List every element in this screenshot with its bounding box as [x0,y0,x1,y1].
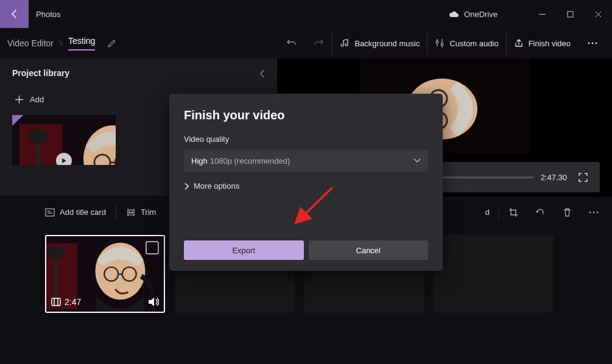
svg-point-24 [597,211,599,213]
delete-button[interactable] [555,200,579,225]
svg-point-4 [592,43,594,44]
quality-value-high: High [191,156,208,166]
svg-point-31 [47,246,65,259]
library-title: Project library [12,68,265,78]
timecode: 2:47.30 [541,173,567,182]
maximize-icon [567,11,574,18]
fullscreen-button[interactable] [574,169,591,186]
more-icon [588,42,597,44]
trim-button[interactable]: Trim [119,200,164,225]
add-media-label: Add [30,95,44,104]
play-icon [56,153,72,165]
export-label: Export [232,246,255,255]
chevron-right-icon [184,183,189,190]
clip-duration: 2:47 [65,297,81,307]
app-title: Photos [36,10,60,19]
more-icon [589,211,599,214]
svg-point-19 [131,211,133,213]
custom-audio-label: Custom audio [449,39,498,48]
minimize-icon [539,11,546,18]
more-options-toggle[interactable]: More options [184,181,428,191]
window-maximize-button[interactable] [556,5,584,23]
background-music-button[interactable]: Background music [332,31,427,55]
redo-icon [313,38,324,49]
chevron-right-icon [58,40,63,46]
close-icon [595,11,602,18]
library-clip[interactable] [12,115,116,165]
redo-button[interactable] [305,31,332,55]
onedrive-button[interactable]: OneDrive [448,10,498,19]
pencil-icon [107,39,116,48]
svg-rect-30 [54,255,58,303]
crop-icon [508,208,518,217]
plus-icon [15,95,24,104]
volume-icon [148,297,159,307]
video-quality-select[interactable]: High 1080p (recommended) [184,150,428,172]
storyboard-empty-slot[interactable] [434,235,554,313]
clip-duration-badge[interactable]: 2:47 [51,297,81,307]
add-title-card-button[interactable]: Add title card [38,200,113,225]
svg-point-23 [593,211,595,213]
storyboard-clip[interactable]: 2:47 [45,235,165,313]
window-minimize-button[interactable] [528,5,556,23]
rename-button[interactable] [107,39,116,48]
svg-point-12 [29,129,48,144]
export-icon [514,38,524,48]
cloud-icon [448,10,459,18]
fullscreen-icon [579,173,588,182]
collapse-library-button[interactable] [253,65,271,83]
svg-point-22 [589,211,591,213]
music-icon [340,38,350,48]
svg-point-18 [128,211,130,213]
rotate-icon [535,208,545,217]
finish-video-label: Finish video [529,39,571,48]
crop-button[interactable] [501,200,526,225]
chevron-down-icon [413,158,421,163]
trim-icon [126,208,136,217]
cancel-label: Cancel [356,246,381,255]
svg-point-3 [588,43,590,44]
svg-rect-0 [568,12,573,17]
trash-icon [563,208,572,217]
finish-video-button[interactable]: Finish video [506,31,578,55]
audio-levels-icon [435,38,445,48]
project-name[interactable]: Testing [68,36,95,51]
svg-rect-17 [46,209,54,216]
speed-label-partial: d [485,208,490,217]
background-music-label: Background music [354,39,420,48]
toolbar-more-button[interactable] [580,31,605,55]
trim-label: Trim [141,208,157,217]
svg-rect-32 [52,298,60,306]
add-title-card-label: Add title card [60,208,106,217]
used-indicator-icon [12,115,23,126]
chevron-left-icon [259,69,265,78]
onedrive-label: OneDrive [464,10,498,19]
duration-icon [51,298,61,306]
more-options-label: More options [194,181,239,191]
video-quality-label: Video quality [184,135,428,144]
svg-point-1 [436,41,438,43]
svg-point-2 [441,43,443,46]
svg-point-5 [596,43,597,44]
quality-value-detail: 1080p (recommended) [210,156,290,166]
custom-audio-button[interactable]: Custom audio [427,31,505,55]
breadcrumb-root[interactable]: Video Editor [7,38,54,48]
export-button[interactable]: Export [184,240,304,260]
finish-video-dialog: Finish your video Video quality High 108… [169,94,443,271]
storyboard-more-button[interactable] [582,200,606,225]
rotate-button[interactable] [528,200,552,225]
back-button[interactable] [0,0,29,28]
dialog-title: Finish your video [184,108,428,122]
title-card-icon [45,208,55,217]
undo-button[interactable] [278,31,305,55]
clip-select-checkbox[interactable] [146,241,159,254]
window-close-button[interactable] [584,5,612,23]
undo-icon [286,38,297,49]
cancel-button[interactable]: Cancel [309,240,429,260]
clip-volume-button[interactable] [148,297,159,307]
